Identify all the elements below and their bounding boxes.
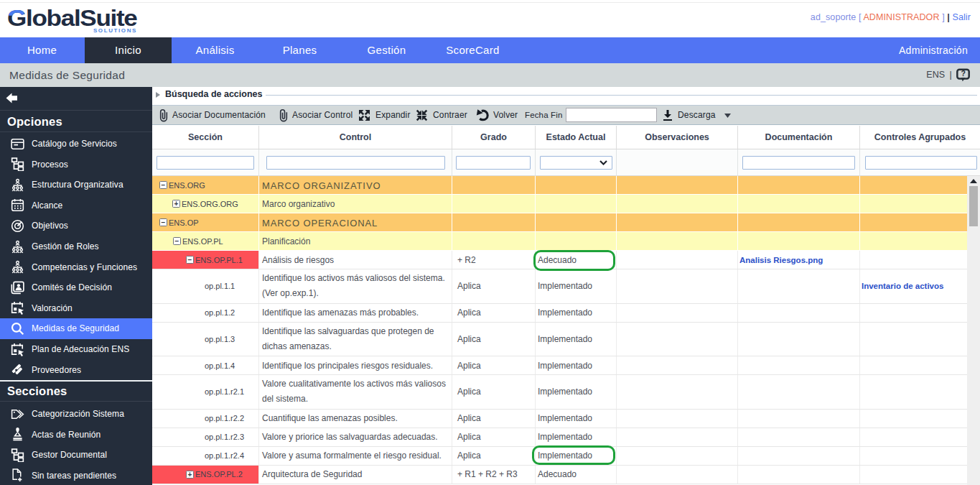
svg-text:?: ? — [961, 69, 965, 78]
